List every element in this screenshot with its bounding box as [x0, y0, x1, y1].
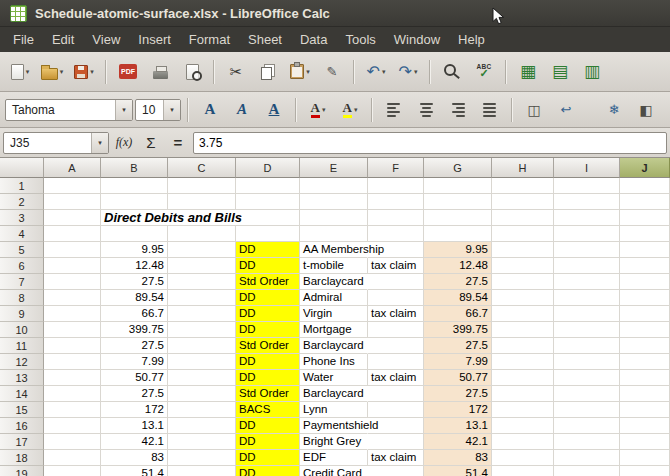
new-document-dropdown-arrow[interactable]: ▾ [26, 68, 30, 76]
cell-E13[interactable]: Water [300, 370, 368, 386]
row-header-2[interactable]: 2 [0, 194, 44, 210]
cell-G8[interactable]: 89.54 [424, 290, 492, 306]
open-file-button[interactable]: ▾ [37, 58, 67, 86]
cell-F12[interactable] [368, 354, 424, 370]
row-header-11[interactable]: 11 [0, 338, 44, 354]
cell-A10[interactable] [44, 322, 101, 338]
cell-J15[interactable] [620, 402, 670, 418]
cell-C9[interactable] [168, 306, 236, 322]
cell-F3[interactable] [368, 210, 424, 226]
menu-item-sheet[interactable]: Sheet [239, 29, 291, 50]
export-pdf-button[interactable]: PDF [113, 58, 143, 86]
menu-item-window[interactable]: Window [385, 29, 449, 50]
cell-F8[interactable] [368, 290, 424, 306]
cell-F13[interactable]: tax claim [368, 370, 424, 386]
cell-C16[interactable] [168, 418, 236, 434]
cell-E9[interactable]: Virgin [300, 306, 368, 322]
cell-H13[interactable] [492, 370, 554, 386]
bold-button[interactable]: A [195, 96, 225, 124]
cell-E10[interactable]: Mortgage [300, 322, 368, 338]
cell-D11[interactable]: Std Order [236, 338, 300, 354]
clone-formatting-button[interactable]: ✎ [317, 58, 347, 86]
cell-D18[interactable]: DD [236, 450, 300, 466]
menu-item-format[interactable]: Format [180, 29, 239, 50]
cell-A11[interactable] [44, 338, 101, 354]
cell-C13[interactable] [168, 370, 236, 386]
cell-B19[interactable]: 51.4 [101, 466, 168, 476]
cell-A17[interactable] [44, 434, 101, 450]
cell-H19[interactable] [492, 466, 554, 476]
cell-J2[interactable] [620, 194, 670, 210]
column-header-H[interactable]: H [492, 158, 554, 178]
font-name-combo[interactable]: Tahoma ▾ [5, 99, 133, 121]
cell-E11[interactable]: Barclaycard [300, 338, 368, 354]
row-header-12[interactable]: 12 [0, 354, 44, 370]
cell-D1[interactable] [236, 178, 300, 194]
cell-G3[interactable] [424, 210, 492, 226]
cell-G1[interactable] [424, 178, 492, 194]
cell-E15[interactable]: Lynn [300, 402, 368, 418]
cell-H17[interactable] [492, 434, 554, 450]
cell-F19[interactable] [368, 466, 424, 476]
font-color-dropdown-arrow[interactable]: ▾ [322, 106, 326, 114]
function-wizard-button[interactable]: f(x) [112, 131, 136, 155]
cell-B13[interactable]: 50.77 [101, 370, 168, 386]
cell-B2[interactable] [101, 194, 168, 210]
cell-B16[interactable]: 13.1 [101, 418, 168, 434]
cell-E19[interactable]: Credit Card [300, 466, 368, 476]
cell-I5[interactable] [554, 242, 620, 258]
cut-button[interactable]: ✂ [221, 58, 251, 86]
paste-button[interactable]: ▾ [285, 58, 315, 86]
copy-button[interactable] [253, 58, 283, 86]
cell-J7[interactable] [620, 274, 670, 290]
cell-E16[interactable]: Paymentshield [300, 418, 368, 434]
cell-G10[interactable]: 399.75 [424, 322, 492, 338]
cell-E2[interactable] [300, 194, 368, 210]
cell-F17[interactable] [368, 434, 424, 450]
highlighting-color-dropdown-arrow[interactable]: ▾ [354, 106, 358, 114]
cell-E6[interactable]: t-mobile [300, 258, 368, 274]
cell-H5[interactable] [492, 242, 554, 258]
cell-G2[interactable] [424, 194, 492, 210]
underline-button[interactable]: A [259, 96, 289, 124]
cell-B15[interactable]: 172 [101, 402, 168, 418]
cell-H9[interactable] [492, 306, 554, 322]
split-window-button[interactable]: ◧ [631, 96, 661, 124]
cell-G6[interactable]: 12.48 [424, 258, 492, 274]
cell-G9[interactable]: 66.7 [424, 306, 492, 322]
print-button[interactable] [145, 58, 175, 86]
row-header-10[interactable]: 10 [0, 322, 44, 338]
cell-E18[interactable]: EDF [300, 450, 368, 466]
cell-D19[interactable]: DD [236, 466, 300, 476]
align-right-button[interactable] [443, 96, 473, 124]
cell-A2[interactable] [44, 194, 101, 210]
row-header-14[interactable]: 14 [0, 386, 44, 402]
cell-F6[interactable]: tax claim [368, 258, 424, 274]
cell-C7[interactable] [168, 274, 236, 290]
cell-I16[interactable] [554, 418, 620, 434]
column-header-B[interactable]: B [101, 158, 168, 178]
cell-E14[interactable]: Barclaycard [300, 386, 368, 402]
cell-F1[interactable] [368, 178, 424, 194]
cell-J5[interactable] [620, 242, 670, 258]
cell-A9[interactable] [44, 306, 101, 322]
cell-E12[interactable]: Phone Ins [300, 354, 368, 370]
cell-C2[interactable] [168, 194, 236, 210]
cell-H3[interactable] [492, 210, 554, 226]
cell-I14[interactable] [554, 386, 620, 402]
cell-C15[interactable] [168, 402, 236, 418]
title-bar[interactable]: Schedule-atomic-surface.xlsx - LibreOffi… [0, 0, 670, 27]
row-header-4[interactable]: 4 [0, 226, 44, 242]
cell-J14[interactable] [620, 386, 670, 402]
cell-B14[interactable]: 27.5 [101, 386, 168, 402]
cell-G18[interactable]: 83 [424, 450, 492, 466]
row-header-16[interactable]: 16 [0, 418, 44, 434]
menu-item-tools[interactable]: Tools [336, 29, 384, 50]
cell-I15[interactable] [554, 402, 620, 418]
cell-C8[interactable] [168, 290, 236, 306]
cell-F7[interactable] [368, 274, 424, 290]
cell-B9[interactable]: 66.7 [101, 306, 168, 322]
spelling-button[interactable]: ABC✓ [469, 58, 499, 86]
row-header-6[interactable]: 6 [0, 258, 44, 274]
formula-button[interactable]: = [166, 131, 190, 155]
